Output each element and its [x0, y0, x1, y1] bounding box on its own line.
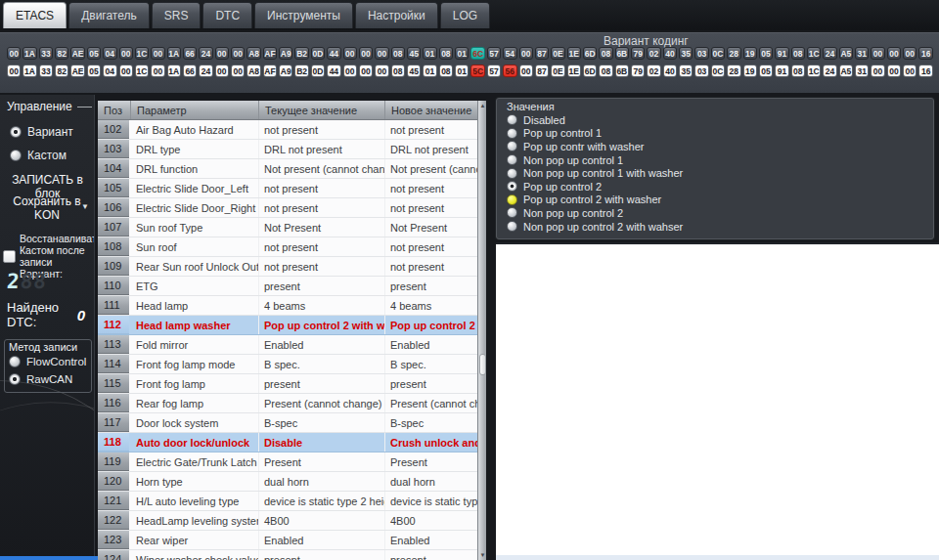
hex-byte[interactable]: 57: [487, 65, 501, 77]
hex-byte[interactable]: 0D: [311, 47, 325, 60]
hex-byte[interactable]: 08: [791, 65, 805, 77]
hex-byte[interactable]: 6B: [615, 65, 629, 77]
column-header[interactable]: Текущее значение: [259, 101, 385, 119]
table-row[interactable]: 122HeadLamp leveling system type4B004B00: [98, 511, 477, 531]
hex-byte[interactable]: 00: [7, 65, 21, 77]
table-row[interactable]: 121H/L auto leveling typedevice is stati…: [98, 492, 477, 511]
hex-byte[interactable]: 1A: [167, 65, 181, 77]
hex-byte[interactable]: 1C: [135, 65, 149, 77]
hex-byte[interactable]: 00: [887, 65, 901, 77]
tab-dtc[interactable]: DTC: [202, 2, 252, 28]
value-option[interactable]: Pop up control 2 with washer: [497, 194, 933, 207]
hex-byte[interactable]: 66: [183, 65, 197, 77]
hex-byte[interactable]: 00: [375, 47, 388, 60]
hex-byte[interactable]: 1A: [167, 47, 181, 60]
hex-byte[interactable]: A8: [246, 65, 260, 77]
hex-byte[interactable]: 00: [151, 47, 164, 60]
hex-byte[interactable]: 31: [855, 65, 869, 77]
hex-byte[interactable]: 44: [327, 65, 340, 77]
hex-byte[interactable]: 00: [359, 47, 373, 60]
hex-byte[interactable]: 00: [375, 65, 388, 77]
save-to-kon-button[interactable]: Сохранить в KON ▼: [0, 194, 95, 222]
table-row[interactable]: 115Front fog lamppresentpresent: [98, 374, 477, 394]
hex-byte[interactable]: 00: [359, 65, 373, 77]
hex-byte[interactable]: A5: [839, 65, 853, 77]
tab-etacs[interactable]: ETACS: [3, 2, 67, 28]
table-row[interactable]: 108Sun roofnot presentnot present: [98, 237, 477, 257]
radio-icon[interactable]: [507, 114, 517, 125]
radio-icon[interactable]: [507, 141, 517, 151]
column-header[interactable]: Параметр: [131, 101, 259, 119]
hex-byte[interactable]: 82: [55, 65, 68, 77]
mode-option[interactable]: Вариант: [10, 125, 73, 139]
hex-byte[interactable]: 05: [759, 65, 773, 77]
hex-byte[interactable]: 04: [103, 65, 116, 77]
table-row[interactable]: 118Auto door lock/unlockDisableCrush unl…: [98, 433, 477, 452]
scrollbar-thumb[interactable]: [479, 354, 486, 375]
hex-byte[interactable]: 00: [7, 47, 21, 60]
hex-byte[interactable]: 28: [727, 47, 740, 60]
radio-icon[interactable]: [507, 128, 517, 139]
hex-byte[interactable]: 35: [679, 47, 693, 60]
radio-icon[interactable]: [10, 126, 22, 138]
hex-byte[interactable]: 79: [631, 65, 645, 77]
hex-byte[interactable]: AF: [263, 47, 277, 60]
hex-byte[interactable]: 03: [694, 47, 708, 60]
hex-byte[interactable]: 05: [759, 47, 773, 60]
table-row[interactable]: 120Horn typedual horndual horn: [98, 472, 477, 492]
column-header[interactable]: Поз: [98, 101, 131, 119]
tab-engine[interactable]: Двигатель: [68, 2, 150, 28]
table-row[interactable]: 124Wiper washer check valuepresentpresen…: [98, 550, 477, 560]
table-row[interactable]: 107Sun roof TypeNot PresentNot Present: [98, 218, 477, 237]
hex-byte[interactable]: 91: [775, 47, 788, 60]
hex-byte[interactable]: 6D: [583, 47, 597, 60]
hex-byte[interactable]: 1E: [567, 47, 581, 60]
value-option[interactable]: Disabled: [497, 113, 933, 127]
hex-byte[interactable]: AE: [70, 65, 84, 77]
tab-tools[interactable]: Инструменты: [254, 2, 353, 28]
hex-byte[interactable]: 31: [855, 47, 869, 60]
hex-byte[interactable]: 56: [503, 65, 516, 77]
hex-byte[interactable]: A8: [246, 47, 260, 60]
hex-byte[interactable]: AF: [263, 65, 277, 77]
hex-byte[interactable]: 57: [487, 47, 501, 60]
table-row[interactable]: 119Electric Gate/Trunk LatchPresentPrese…: [98, 452, 477, 472]
write-method-option[interactable]: FlowControl: [9, 356, 91, 367]
table-row[interactable]: 123Rear wiperEnabledEnabled: [98, 531, 477, 550]
hex-byte[interactable]: 82: [55, 47, 68, 60]
table-row[interactable]: 110ETGpresentpresent: [98, 277, 477, 296]
hex-byte[interactable]: 05: [87, 47, 101, 60]
hex-byte[interactable]: 01: [423, 47, 436, 60]
hex-byte[interactable]: 00: [119, 47, 133, 60]
hex-byte[interactable]: 00: [887, 47, 901, 60]
hex-byte[interactable]: 6B: [615, 47, 629, 60]
value-option[interactable]: Non pop up control 1: [497, 153, 933, 167]
table-row[interactable]: 105Electric Slide Door_Leftnot presentno…: [98, 179, 477, 198]
hex-byte[interactable]: 54: [503, 47, 516, 60]
hex-byte[interactable]: 6C: [470, 47, 484, 60]
table-row[interactable]: 116Rear fog lampPresent (cannot change)P…: [98, 394, 477, 413]
hex-byte[interactable]: 28: [727, 65, 740, 77]
table-row[interactable]: 112Head lamp washerPop up control 2 with…: [98, 316, 477, 335]
hex-byte[interactable]: 08: [599, 65, 612, 77]
hex-byte[interactable]: 08: [439, 47, 453, 60]
table-row[interactable]: 106Electric Slide Door_Rightnot presentn…: [98, 198, 477, 218]
hex-byte[interactable]: 00: [231, 65, 245, 77]
hex-byte[interactable]: B2: [294, 47, 308, 60]
hex-byte[interactable]: 87: [535, 65, 549, 77]
hex-byte[interactable]: 44: [327, 47, 340, 60]
hex-byte[interactable]: 1A: [22, 65, 36, 77]
radio-icon[interactable]: [507, 207, 517, 218]
hex-byte[interactable]: 24: [823, 65, 836, 77]
hex-byte[interactable]: 00: [151, 65, 164, 77]
radio-icon[interactable]: [507, 168, 517, 179]
hex-byte[interactable]: 0C: [711, 47, 725, 60]
hex-byte[interactable]: 02: [647, 47, 660, 60]
hex-byte[interactable]: 91: [775, 65, 788, 77]
table-row[interactable]: 109Rear Sun roof Unlock Outputnot presen…: [98, 257, 477, 277]
hex-byte[interactable]: 16: [918, 65, 932, 77]
hex-byte[interactable]: 00: [519, 65, 533, 77]
hex-byte[interactable]: 00: [903, 47, 917, 60]
value-option[interactable]: Non pop up control 2 with wahser: [497, 220, 933, 234]
radio-icon[interactable]: [10, 150, 22, 161]
